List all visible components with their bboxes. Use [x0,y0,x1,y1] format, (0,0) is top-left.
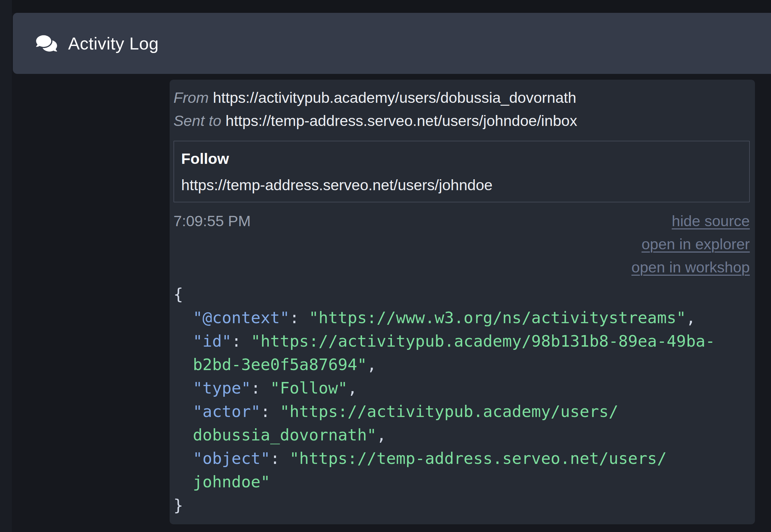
source-json: { "@context": "https://www.w3.org/ns/act… [173,283,750,517]
adjacent-column-edge [0,0,12,532]
timestamp: 7:09:55 PM [173,209,251,233]
activity-log-panel: Activity Log From https://activitypub.ac… [0,0,771,532]
hide-source-link[interactable]: hide source [672,209,750,233]
entry-actions: hide source open in explorer open in wor… [632,209,750,279]
from-label: From [173,89,213,106]
activity-log-header[interactable]: Activity Log [13,13,771,74]
open-in-workshop-link[interactable]: open in workshop [632,256,750,279]
activity-type: Follow [181,150,742,168]
from-value: https://activitypub.academy/users/dobuss… [213,89,576,106]
from-line: From https://activitypub.academy/users/d… [173,86,750,109]
comments-icon [36,34,57,53]
sent-to-label: Sent to [173,112,226,129]
sent-to-value: https://temp-address.serveo.net/users/jo… [226,112,577,129]
page-top-background [12,0,771,13]
entry-meta-row: 7:09:55 PM hide source open in explorer … [173,209,750,279]
activity-entry: From https://activitypub.academy/users/d… [170,80,755,524]
activity-summary-box: Follow https://temp-address.serveo.net/u… [173,141,750,202]
activity-object-url: https://temp-address.serveo.net/users/jo… [181,176,742,194]
page-title: Activity Log [68,33,159,53]
sent-to-line: Sent to https://temp-address.serveo.net/… [173,109,750,132]
open-in-explorer-link[interactable]: open in explorer [642,233,750,256]
